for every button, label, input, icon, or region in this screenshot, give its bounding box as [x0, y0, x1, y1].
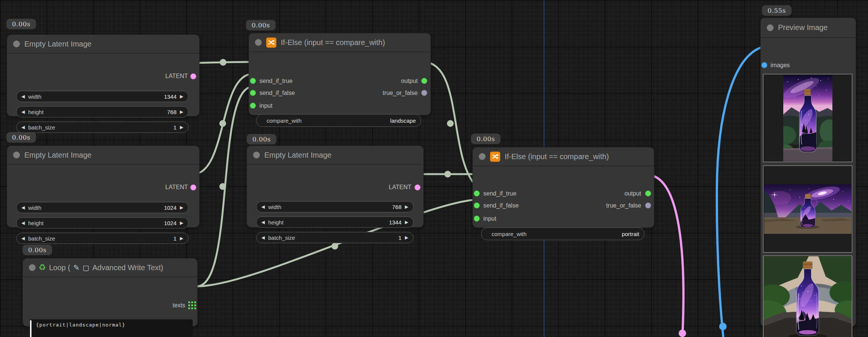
increment-arrow-icon[interactable]: ▶ — [180, 109, 183, 114]
preview-image-2[interactable] — [763, 165, 852, 253]
increment-arrow-icon[interactable]: ▶ — [180, 220, 183, 226]
widget-height[interactable]: ◀ height 768 ▶ — [16, 106, 189, 117]
widget-label: batch_size — [268, 235, 295, 241]
increment-arrow-icon[interactable]: ▶ — [405, 235, 408, 240]
output-slot-latent[interactable] — [190, 184, 196, 191]
exec-time-badge: 0.55s — [762, 5, 792, 16]
widget-batch-size[interactable]: ◀ batch_size 1 ▶ — [16, 233, 189, 244]
grid-cell — [194, 304, 196, 306]
input-slot-send-if-false[interactable] — [250, 90, 256, 96]
node-empty-latent-image-3[interactable]: Empty Latent Image LATENT ◀ width 768 ▶ … — [247, 146, 424, 227]
widget-width[interactable]: ◀ width 768 ▶ — [256, 201, 414, 212]
increment-arrow-icon[interactable]: ▶ — [180, 125, 183, 130]
link-dot — [447, 120, 454, 127]
widget-height[interactable]: ◀ height 1024 ▶ — [16, 217, 189, 229]
output-label: true_or_false — [383, 89, 418, 97]
input-slot-input[interactable] — [474, 215, 480, 222]
node-header[interactable]: Preview Image — [761, 18, 856, 38]
widget-value: 1024 — [164, 205, 176, 211]
node-empty-latent-image-2[interactable]: Empty Latent Image LATENT ◀ width 1024 ▶… — [7, 146, 199, 227]
increment-arrow-icon[interactable]: ▶ — [405, 220, 408, 225]
output-slot-output[interactable] — [421, 78, 427, 84]
node-title: If-Else (input == compare_with) — [505, 152, 609, 161]
decrement-arrow-icon[interactable]: ◀ — [261, 220, 265, 225]
exec-time-badge: 0.00s — [246, 20, 276, 30]
node-header[interactable]: Empty Latent Image — [7, 35, 199, 54]
collapse-dot-icon[interactable] — [253, 152, 260, 158]
increment-arrow-icon[interactable]: ▶ — [180, 205, 183, 210]
node-header[interactable]: ♻ Loop ( ✎ ▢ Advanced Write Text) — [23, 259, 197, 277]
collapse-dot-icon[interactable] — [479, 153, 486, 160]
input-label: input — [259, 102, 273, 110]
decrement-arrow-icon[interactable]: ◀ — [21, 220, 25, 226]
node-if-else-landscape[interactable]: If-Else (input == compare_with) send_if_… — [249, 33, 431, 115]
grid-cell — [191, 307, 193, 309]
node-preview-image[interactable]: Preview Image images — [760, 18, 856, 327]
galaxy-bottle-square — [763, 256, 852, 337]
grid-cell — [188, 304, 190, 306]
widget-width[interactable]: ◀ width 1344 ▶ — [16, 91, 189, 102]
output-slot-latent[interactable] — [414, 184, 421, 191]
decrement-arrow-icon[interactable]: ◀ — [21, 205, 25, 210]
texts-grid-slot-icon[interactable] — [188, 301, 196, 309]
widget-value: 768 — [392, 204, 402, 210]
output-slot-true-or-false[interactable] — [645, 202, 651, 209]
preview-image-1[interactable] — [763, 74, 852, 162]
node-header[interactable]: If-Else (input == compare_with) — [473, 147, 654, 166]
increment-arrow-icon[interactable]: ▶ — [180, 94, 183, 99]
text-widget[interactable]: {portrait|landscape|normal} — [30, 319, 193, 337]
input-slot-send-if-false[interactable] — [474, 202, 480, 209]
node-loop-advanced-write-text[interactable]: ♻ Loop ( ✎ ▢ Advanced Write Text) texts … — [22, 258, 198, 326]
node-title-prefix: Loop ( — [49, 263, 70, 272]
widget-batch-size[interactable]: ◀ batch_size 1 ▶ — [16, 122, 189, 133]
galaxy-bottle-landscape — [764, 184, 852, 234]
node-empty-latent-image-1[interactable]: Empty Latent Image LATENT ◀ width 1344 ▶… — [7, 35, 199, 116]
collapse-dot-icon[interactable] — [13, 152, 20, 158]
widget-value: 1344 — [389, 219, 401, 226]
widget-batch-size[interactable]: ◀ batch_size 1 ▶ — [256, 232, 414, 243]
node-if-else-portrait[interactable]: If-Else (input == compare_with) send_if_… — [472, 147, 654, 228]
link-dot-pink — [679, 329, 686, 337]
link-bottom-to-preview-images — [717, 47, 764, 337]
collapse-dot-icon[interactable] — [13, 41, 20, 47]
grid-cell — [194, 307, 196, 309]
grid-cell — [188, 307, 190, 309]
node-header[interactable]: Empty Latent Image — [247, 146, 423, 165]
output-label-latent: LATENT — [165, 183, 188, 191]
output-slot-latent[interactable] — [190, 73, 196, 80]
shuffle-icon — [266, 38, 276, 48]
widget-value: 1024 — [164, 220, 176, 226]
node-header[interactable]: If-Else (input == compare_with) — [249, 33, 430, 52]
node-title: Empty Latent Image — [24, 40, 91, 48]
input-slot-images[interactable] — [761, 62, 768, 68]
node-header[interactable]: Empty Latent Image — [7, 146, 199, 165]
input-slot-send-if-true[interactable] — [474, 190, 480, 197]
decrement-arrow-icon[interactable]: ◀ — [21, 125, 25, 130]
decrement-arrow-icon[interactable]: ◀ — [261, 204, 265, 209]
input-label: send_if_true — [483, 190, 516, 198]
link-dot-blue — [719, 323, 727, 330]
output-label: output — [401, 77, 418, 85]
preview-image-3[interactable] — [763, 256, 852, 337]
widget-width[interactable]: ◀ width 1024 ▶ — [16, 202, 189, 213]
output-slot-true-or-false[interactable] — [421, 90, 427, 96]
decrement-arrow-icon[interactable]: ◀ — [21, 94, 25, 99]
node-graph-canvas[interactable]: 0.00s 0.00s 0.00s 0.00s 0.00s 0.00s 0.55… — [0, 0, 868, 337]
input-slot-input[interactable] — [250, 102, 256, 109]
widget-compare-with[interactable]: compare_with portrait — [481, 227, 645, 240]
increment-arrow-icon[interactable]: ▶ — [405, 204, 408, 209]
collapse-dot-icon[interactable] — [255, 39, 262, 46]
exec-time-badge: 0.00s — [247, 134, 276, 144]
output-slot-output[interactable] — [645, 190, 651, 197]
widget-height[interactable]: ◀ height 1344 ▶ — [256, 217, 414, 228]
widget-compare-with[interactable]: compare_with landscape — [256, 114, 421, 127]
decrement-arrow-icon[interactable]: ◀ — [21, 236, 25, 241]
collapse-dot-icon[interactable] — [29, 264, 36, 271]
decrement-arrow-icon[interactable]: ◀ — [21, 109, 25, 114]
increment-arrow-icon[interactable]: ▶ — [180, 236, 183, 241]
output-label-latent: LATENT — [165, 72, 188, 80]
widget-value: 1 — [398, 235, 401, 241]
input-slot-send-if-true[interactable] — [250, 78, 256, 84]
collapse-dot-icon[interactable] — [767, 24, 774, 31]
decrement-arrow-icon[interactable]: ◀ — [261, 235, 265, 240]
